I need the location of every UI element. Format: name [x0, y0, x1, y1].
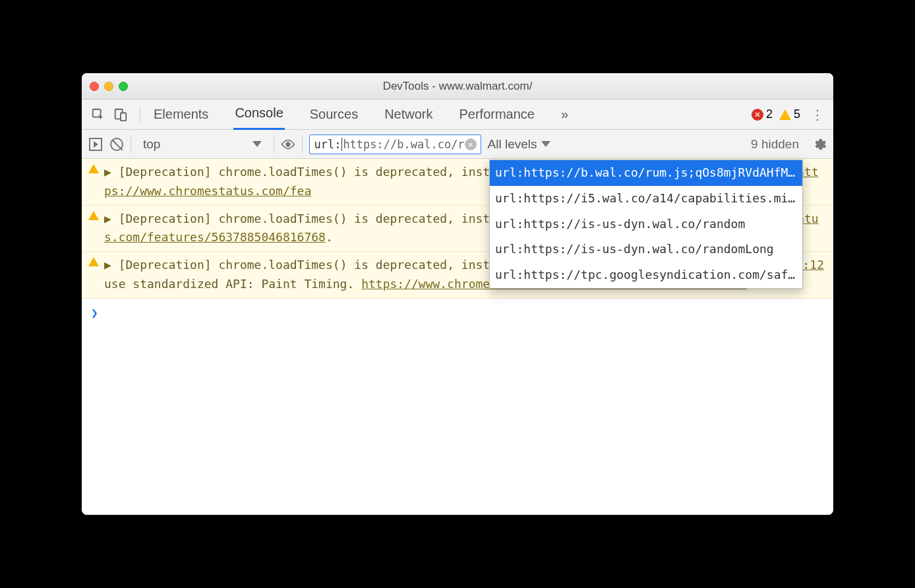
svg-rect-2: [121, 113, 126, 121]
chevron-down-icon: [252, 141, 262, 147]
expand-arrow[interactable]: ▶: [104, 165, 111, 179]
tab-more[interactable]: »: [560, 100, 570, 129]
log-levels-selector[interactable]: All levels: [488, 137, 550, 152]
separator: [274, 135, 274, 154]
expand-arrow[interactable]: ▶: [104, 212, 111, 225]
autocomplete-option[interactable]: url:https://is-us-dyn.wal.co/randomLong: [490, 237, 802, 262]
autocomplete-option[interactable]: url:https://b.wal.co/rum.js;qOs8mjRVdAHf…: [490, 160, 802, 186]
console-toolbar: top url:https://b.wal.co/r ✕ All levels …: [82, 130, 833, 159]
sidebar-toggle-icon[interactable]: [88, 137, 103, 152]
warning-badge[interactable]: 5: [779, 107, 800, 121]
window-title: DevTools - www.walmart.com/: [82, 80, 833, 93]
live-expression-icon[interactable]: [281, 137, 295, 152]
warning-icon: [88, 164, 99, 173]
tab-network[interactable]: Network: [383, 100, 434, 129]
separator: [302, 135, 303, 154]
kebab-menu-icon[interactable]: ⋮: [811, 107, 824, 123]
gear-icon[interactable]: [812, 137, 827, 152]
devtools-window: DevTools - www.walmart.com/ Elements Con…: [82, 73, 833, 515]
separator: [131, 135, 131, 154]
hidden-count[interactable]: 9 hidden: [751, 137, 799, 152]
levels-label: All levels: [488, 137, 537, 152]
text-cursor: [341, 138, 342, 151]
filter-prefix: url:: [314, 138, 341, 151]
autocomplete-option[interactable]: url:https://tpc.googlesyndication.com/sa…: [490, 262, 802, 288]
filter-value: https://b.wal.co/r: [343, 138, 464, 151]
tab-sources[interactable]: Sources: [309, 100, 359, 129]
warning-count: 5: [794, 107, 800, 121]
tab-elements[interactable]: Elements: [152, 100, 210, 129]
warning-icon: [88, 211, 99, 220]
error-icon: ✕: [752, 109, 763, 121]
filter-input[interactable]: url:https://b.wal.co/r ✕: [309, 134, 481, 154]
warning-icon: [779, 109, 791, 120]
context-selector[interactable]: top: [138, 137, 267, 152]
inspect-icon[interactable]: [91, 107, 105, 122]
chevron-down-icon: [541, 141, 550, 147]
clear-filter-icon[interactable]: ✕: [465, 138, 477, 150]
filter-autocomplete: url:https://b.wal.co/rum.js;qOs8mjRVdAHf…: [489, 160, 803, 289]
tabs-row: Elements Console Sources Network Perform…: [82, 100, 833, 130]
titlebar: DevTools - www.walmart.com/: [82, 73, 833, 100]
clear-console-icon[interactable]: [109, 137, 124, 152]
expand-arrow[interactable]: ▶: [104, 258, 111, 272]
console-output: url:https://b.wal.co/rum.js;qOs8mjRVdAHf…: [82, 159, 833, 515]
tab-console[interactable]: Console: [233, 99, 284, 130]
warning-icon: [88, 257, 99, 266]
svg-point-3: [287, 142, 291, 146]
autocomplete-option[interactable]: url:https://i5.wal.co/a14/capabilities.m…: [490, 186, 802, 212]
prompt-chevron: ❯: [91, 306, 98, 320]
error-badge[interactable]: ✕ 2: [752, 107, 773, 121]
context-value: top: [143, 137, 160, 152]
error-count: 2: [766, 107, 773, 121]
console-prompt[interactable]: ❯: [82, 299, 833, 328]
autocomplete-option[interactable]: url:https://is-us-dyn.wal.co/random: [490, 212, 802, 237]
tab-performance[interactable]: Performance: [458, 100, 537, 129]
device-toggle-icon[interactable]: [113, 107, 128, 122]
